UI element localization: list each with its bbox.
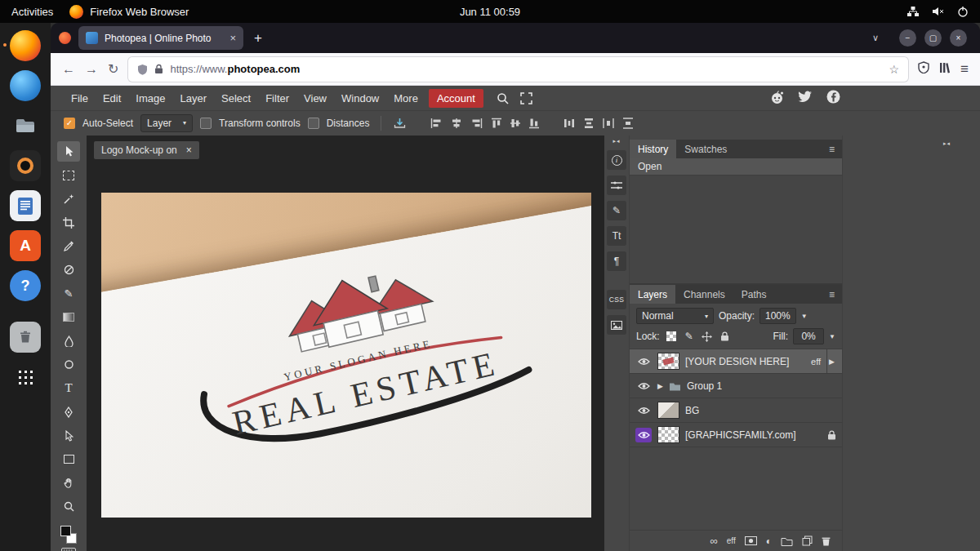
menu-layer[interactable]: Layer [173, 89, 215, 108]
adjustment-layer-icon[interactable]: ◐ [766, 535, 772, 547]
volume-muted-icon[interactable] [932, 6, 945, 17]
dock-item-rhythmbox[interactable] [10, 150, 41, 181]
dock-item-files[interactable] [10, 110, 41, 141]
maximize-button[interactable]: ▢ [924, 29, 942, 47]
eyedropper-tool[interactable] [57, 236, 80, 256]
dock-item-show-applications[interactable] [10, 362, 41, 393]
pen-tool[interactable] [57, 402, 80, 422]
effects-expander-icon[interactable]: ▶ [826, 349, 836, 373]
collapse-panels-icon[interactable]: ▸◂ [612, 138, 620, 144]
history-panel-menu-icon[interactable]: ≡ [822, 140, 842, 158]
layer-thumbnail[interactable] [657, 353, 679, 370]
tab-layers[interactable]: Layers [630, 285, 675, 304]
gradient-tool[interactable] [57, 307, 80, 327]
group-expander-icon[interactable]: ▶ [657, 382, 663, 390]
opacity-slider-icon[interactable]: ▼ [801, 313, 808, 320]
document-tab[interactable]: Logo Mock-up on × [94, 141, 199, 159]
path-select-tool[interactable] [57, 425, 80, 446]
color-swatches[interactable] [60, 526, 78, 544]
dock-item-libreoffice-writer[interactable] [10, 190, 41, 221]
lock-pixels-button[interactable]: ✎ [683, 331, 696, 342]
align-bottom-icon[interactable] [528, 117, 540, 130]
tab-close-button[interactable]: × [229, 32, 236, 44]
document-close-icon[interactable]: × [186, 144, 192, 156]
tab-channels[interactable]: Channels [675, 285, 733, 304]
tab-swatches[interactable]: Swatches [676, 140, 735, 158]
auto-select-checkbox[interactable]: ✓ [64, 118, 75, 129]
fill-slider-icon[interactable]: ▼ [829, 333, 835, 340]
align-center-h-icon[interactable] [450, 118, 463, 129]
distribute-v-icon[interactable] [583, 117, 595, 130]
new-group-icon[interactable] [781, 536, 793, 546]
dock-item-thunderbird[interactable] [10, 70, 41, 101]
facebook-icon[interactable] [826, 89, 841, 107]
align-left-icon[interactable] [430, 118, 443, 129]
library-icon[interactable] [939, 62, 951, 77]
clock[interactable]: Jun 11 00:59 [460, 6, 520, 18]
menu-filter[interactable]: Filter [258, 89, 296, 108]
hand-tool[interactable] [57, 473, 80, 493]
menu-file[interactable]: File [64, 89, 96, 108]
visibility-eye-icon[interactable] [635, 354, 652, 369]
tab-history[interactable]: History [630, 140, 676, 158]
layer-row-bg[interactable]: BG [630, 398, 842, 423]
layer-row-group-1[interactable]: ▶ Group 1 [630, 374, 842, 398]
foreground-color[interactable] [60, 526, 71, 536]
new-tab-button[interactable]: + [251, 30, 265, 47]
dock-item-firefox[interactable] [10, 30, 41, 61]
close-button[interactable]: × [950, 29, 967, 47]
fill-input[interactable]: 0% [793, 328, 824, 344]
layers-panel-menu-icon[interactable]: ≡ [822, 285, 842, 304]
menu-more[interactable]: More [386, 89, 425, 108]
back-button[interactable]: ← [62, 62, 75, 77]
lock-position-button[interactable] [701, 331, 714, 342]
menu-icon[interactable]: ≡ [960, 61, 969, 78]
power-icon[interactable] [957, 6, 969, 17]
character-panel-button[interactable]: Tt [607, 226, 626, 246]
layer-effects-button[interactable]: eff [727, 536, 736, 545]
reload-button[interactable]: ↻ [108, 61, 118, 77]
visibility-eye-icon[interactable] [635, 379, 652, 393]
visibility-eye-icon[interactable] [635, 403, 652, 418]
canvas-area[interactable]: Logo Mock-up on × [87, 136, 604, 551]
menu-view[interactable]: View [296, 89, 334, 108]
image-panel-button[interactable] [607, 315, 626, 335]
dodge-tool[interactable] [57, 354, 80, 375]
menu-select[interactable]: Select [214, 89, 258, 108]
properties-panel-button[interactable] [607, 176, 626, 195]
history-entry-open[interactable]: Open [630, 158, 842, 176]
auto-select-target-dropdown[interactable]: Layer ▾ [140, 114, 193, 132]
search-icon[interactable] [497, 92, 509, 104]
reddit-icon[interactable] [769, 89, 785, 107]
visibility-eye-icon[interactable] [635, 428, 652, 442]
layer-name[interactable]: [YOUR DESIGN HERE] [685, 356, 789, 367]
type-tool[interactable]: T [57, 378, 80, 398]
layer-mask-icon[interactable] [745, 536, 757, 545]
shape-tool[interactable] [57, 449, 80, 469]
align-top-icon[interactable] [491, 117, 502, 130]
space-h-icon[interactable] [602, 118, 615, 129]
opacity-input[interactable]: 100% [760, 308, 796, 324]
list-tabs-chevron-icon[interactable]: ∨ [867, 33, 884, 43]
firefox-view-icon[interactable] [59, 32, 71, 44]
blend-mode-dropdown[interactable]: Normal ▾ [636, 308, 714, 324]
focused-app-indicator[interactable]: Firefox Web Browser [69, 5, 189, 19]
lock-all-button[interactable] [719, 331, 732, 341]
forward-button[interactable]: → [85, 62, 98, 77]
paragraph-panel-button[interactable]: ¶ [607, 251, 626, 271]
menu-image[interactable]: Image [128, 89, 172, 108]
space-v-icon[interactable] [622, 117, 634, 130]
move-tool[interactable] [57, 141, 80, 162]
crop-tool[interactable] [57, 212, 80, 233]
menu-window[interactable]: Window [334, 89, 386, 108]
layer-thumbnail[interactable] [657, 402, 679, 419]
activities-button[interactable]: Activities [11, 6, 53, 18]
brush-tool[interactable]: ✎ [57, 283, 80, 304]
bookmark-star-icon[interactable]: ☆ [889, 63, 900, 76]
tracking-shield-icon[interactable] [137, 64, 148, 75]
delete-layer-icon[interactable] [822, 536, 831, 546]
tab-paths[interactable]: Paths [733, 285, 775, 304]
layer-name[interactable]: BG [685, 405, 699, 416]
account-button[interactable]: Account [429, 89, 483, 108]
align-right-icon[interactable] [470, 118, 483, 129]
